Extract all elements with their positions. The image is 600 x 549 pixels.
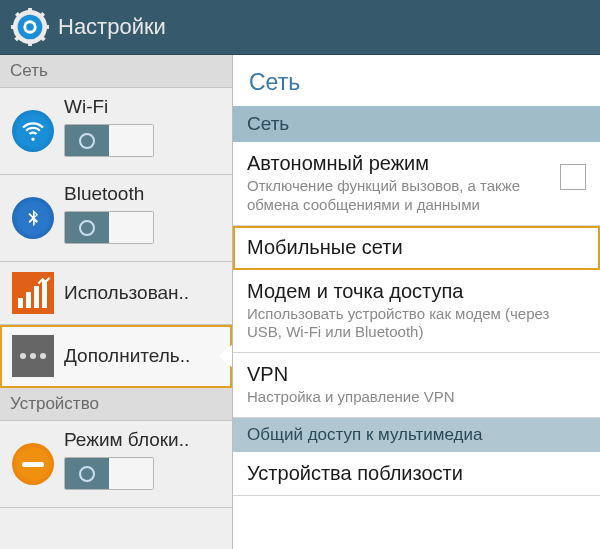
sidebar-item-bluetooth[interactable]: Bluetooth [0,175,232,262]
list-item-tethering[interactable]: Модем и точка доступа Использовать устро… [233,270,600,354]
sidebar-item-block-mode[interactable]: Режим блоки.. [0,421,232,508]
sidebar-item-label: Дополнитель.. [64,345,190,367]
sidebar-section-header: Устройство [0,388,232,421]
more-icon [10,333,56,379]
wifi-toggle[interactable] [64,124,154,157]
list-item-title: Автономный режим [247,152,550,175]
bluetooth-toggle[interactable] [64,211,154,244]
sidebar-item-wifi[interactable]: Wi-Fi [0,88,232,175]
settings-gear-icon [10,7,50,47]
section-header-network: Сеть [233,106,600,142]
list-item-title: Модем и точка доступа [247,280,586,303]
list-item-subtitle: Использовать устройство как модем (через… [247,305,586,343]
block-icon [10,441,56,487]
list-item-nearby-devices[interactable]: Устройства поблизости [233,452,600,496]
block-mode-toggle[interactable] [64,457,154,490]
list-item-vpn[interactable]: VPN Настройка и управление VPN [233,353,600,418]
sidebar-item-data-usage[interactable]: Использован.. [0,262,232,325]
airplane-mode-checkbox[interactable] [560,164,586,190]
data-usage-icon [10,270,56,316]
svg-rect-7 [43,25,49,29]
wifi-icon [10,108,56,154]
sidebar-item-label: Режим блоки.. [64,429,189,451]
svg-rect-6 [11,25,17,29]
svg-point-3 [26,23,34,31]
bluetooth-icon [10,195,56,241]
list-item-mobile-networks[interactable]: Мобильные сети [233,226,600,270]
svg-rect-5 [28,40,32,46]
sidebar-item-more[interactable]: Дополнитель.. [0,325,232,388]
list-item-subtitle: Отключение функций вызовов, а также обме… [247,177,550,215]
svg-rect-4 [28,8,32,14]
sidebar-item-label: Использован.. [64,282,189,304]
sidebar-item-label: Bluetooth [64,183,154,205]
list-item-airplane-mode[interactable]: Автономный режим Отключение функций вызо… [233,142,600,226]
app-header: Настройки [0,0,600,55]
sidebar-item-label: Wi-Fi [64,96,154,118]
page-title: Сеть [233,55,600,106]
list-item-title: Мобильные сети [247,236,586,259]
sidebar: Сеть Wi-Fi Bluetooth [0,55,233,549]
list-item-title: Устройства поблизости [247,462,586,485]
header-title: Настройки [58,14,166,40]
sidebar-section-header: Сеть [0,55,232,88]
main-panel: Сеть Сеть Автономный режим Отключение фу… [233,55,600,549]
list-item-subtitle: Настройка и управление VPN [247,388,586,407]
list-item-title: VPN [247,363,586,386]
section-header-media-sharing: Общий доступ к мультимедиа [233,418,600,452]
